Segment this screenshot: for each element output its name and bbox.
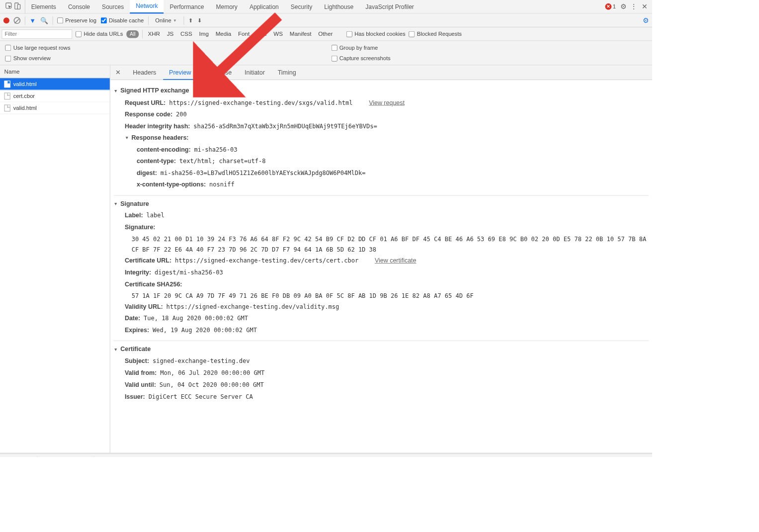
tab-lighthouse[interactable]: Lighthouse bbox=[318, 0, 359, 13]
subtab-timing[interactable]: Timing bbox=[272, 65, 302, 80]
view-request-link[interactable]: View request bbox=[369, 97, 405, 109]
tab-sources[interactable]: Sources bbox=[96, 0, 130, 13]
subtab-initiator[interactable]: Initiator bbox=[239, 65, 271, 80]
label: Validity URL: bbox=[125, 301, 163, 313]
filter-icon[interactable]: ▼ bbox=[29, 17, 36, 24]
separator bbox=[53, 16, 53, 24]
learn-more-link[interactable]: Learn more bbox=[204, 85, 236, 97]
signature-hex: 30 45 02 21 00 D1 10 39 24 F3 76 A6 64 8… bbox=[114, 234, 649, 255]
value: DigiCert ECC Secure Server CA bbox=[149, 391, 253, 402]
filter-type-font[interactable]: Font bbox=[237, 31, 252, 37]
status-transferred: 3.9 kB transferred bbox=[38, 456, 94, 457]
preserve-log-checkbox[interactable]: Preserve log bbox=[57, 17, 96, 23]
separator bbox=[148, 16, 149, 24]
value: https://signed-exchange-testing.dev/cert… bbox=[175, 255, 358, 266]
tab-elements[interactable]: Elements bbox=[25, 0, 62, 13]
filter-type-all[interactable]: All bbox=[126, 30, 139, 38]
value: Tue, 18 Aug 2020 00:00:02 GMT bbox=[144, 313, 248, 324]
hide-data-urls-checkbox[interactable]: Hide data URLs bbox=[76, 31, 123, 37]
throttling-select[interactable]: Online▼ bbox=[153, 17, 179, 23]
disable-cache-checkbox[interactable]: Disable cache bbox=[101, 17, 144, 23]
label: Certificate URL: bbox=[125, 255, 171, 267]
close-devtools-icon[interactable]: ✕ bbox=[642, 2, 647, 10]
tab-memory[interactable]: Memory bbox=[210, 0, 244, 13]
settings-icon[interactable]: ⚙ bbox=[620, 2, 626, 10]
filter-type-img[interactable]: Img bbox=[197, 31, 210, 37]
section-sxg[interactable]: ▼Signed HTTP exchangeLearn more bbox=[114, 85, 649, 97]
more-icon[interactable]: ⋮ bbox=[630, 2, 637, 10]
section-certificate[interactable]: ▼Certificate bbox=[114, 344, 649, 355]
tab-network[interactable]: Network bbox=[130, 0, 164, 13]
request-row[interactable]: valid.html bbox=[0, 102, 110, 114]
request-row[interactable]: cert.cbor bbox=[0, 90, 110, 102]
value: https://signed-exchange-testing.dev/sxgs… bbox=[169, 97, 352, 108]
error-count[interactable]: ✕1 bbox=[605, 3, 616, 10]
value: 200 bbox=[176, 108, 187, 120]
separator bbox=[142, 30, 143, 38]
label: digest: bbox=[137, 168, 157, 179]
tab-security[interactable]: Security bbox=[285, 0, 319, 13]
caret-down-icon: ▼ bbox=[114, 87, 118, 95]
value: signed-exchange-testing.dev bbox=[153, 355, 250, 367]
value: mi-sha256-03=LB7wdlHO51Z1Ze600lbYAEYsckW… bbox=[161, 168, 366, 179]
label: Expires: bbox=[125, 325, 149, 337]
tab-console[interactable]: Console bbox=[62, 0, 96, 13]
name-column-header[interactable]: Name bbox=[0, 65, 110, 78]
caret-down-icon: ▼ bbox=[114, 346, 118, 354]
filter-input[interactable] bbox=[1, 29, 72, 39]
filter-type-xhr[interactable]: XHR bbox=[146, 31, 162, 37]
filter-type-media[interactable]: Media bbox=[214, 31, 233, 37]
label: Integrity: bbox=[125, 267, 151, 279]
filter-type-manifest[interactable]: Manifest bbox=[288, 31, 313, 37]
value: Sun, 04 Oct 2020 00:00:00 GMT bbox=[160, 379, 264, 390]
document-icon bbox=[4, 92, 10, 99]
record-button[interactable] bbox=[3, 17, 9, 23]
network-settings-icon[interactable]: ⚙ bbox=[643, 16, 649, 24]
label: Certificate SHA256: bbox=[125, 278, 182, 290]
clear-button[interactable] bbox=[13, 17, 20, 24]
filter-type-doc[interactable]: Doc bbox=[255, 31, 269, 37]
show-overview-checkbox[interactable]: Show overview bbox=[5, 55, 321, 62]
export-har-icon[interactable]: ⬇ bbox=[197, 17, 202, 23]
group-by-frame-checkbox[interactable]: Group by frame bbox=[331, 44, 647, 51]
label: Date: bbox=[125, 313, 140, 325]
status-requests: 3 requests bbox=[0, 456, 38, 457]
has-blocked-cookies-checkbox[interactable]: Has blocked cookies bbox=[346, 31, 406, 37]
subtab-headers[interactable]: Headers bbox=[127, 65, 162, 80]
close-details-icon[interactable]: ✕ bbox=[110, 69, 126, 76]
value: sha256-aSdRm3m7qXtaWb3xjRn5mHDUqEbWAj9t9… bbox=[193, 120, 377, 132]
device-toolbar-icon[interactable] bbox=[13, 2, 21, 11]
view-certificate-link[interactable]: View certificate bbox=[375, 255, 417, 267]
label: Valid until: bbox=[125, 379, 156, 391]
filter-type-ws[interactable]: WS bbox=[272, 31, 285, 37]
import-har-icon[interactable]: ⬆ bbox=[188, 17, 193, 23]
label: Valid from: bbox=[125, 367, 157, 379]
caret-down-icon: ▼ bbox=[114, 200, 118, 208]
sha256-hex: 57 1A 1F 20 9C CA A9 7D 7F 49 71 26 BE F… bbox=[114, 290, 649, 301]
value: digest/mi-sha256-03 bbox=[155, 267, 223, 278]
filter-type-other[interactable]: Other bbox=[317, 31, 335, 37]
capture-screenshots-checkbox[interactable]: Capture screenshots bbox=[331, 55, 647, 62]
section-response-headers[interactable]: ▼Response headers: bbox=[121, 132, 649, 144]
value: https://signed-exchange-testing.dev/vali… bbox=[167, 301, 339, 313]
value: label bbox=[146, 210, 164, 221]
value: Wed, 19 Aug 2020 00:00:02 GMT bbox=[153, 325, 257, 336]
separator bbox=[183, 16, 184, 24]
tab-js-profiler[interactable]: JavaScript Profiler bbox=[359, 0, 420, 13]
label: content-encoding: bbox=[137, 144, 191, 156]
search-icon[interactable]: 🔍 bbox=[40, 16, 48, 24]
inspect-element-icon[interactable] bbox=[5, 2, 12, 11]
label: content-type: bbox=[137, 156, 176, 168]
section-signature[interactable]: ▼Signature bbox=[114, 198, 649, 210]
tab-performance[interactable]: Performance bbox=[164, 0, 210, 13]
large-request-rows-checkbox[interactable]: Use large request rows bbox=[5, 44, 321, 51]
blocked-requests-checkbox[interactable]: Blocked Requests bbox=[409, 31, 461, 37]
filter-type-css[interactable]: CSS bbox=[178, 31, 194, 37]
value: text/html; charset=utf-8 bbox=[179, 156, 266, 167]
request-row[interactable]: valid.html bbox=[0, 78, 110, 90]
subtab-response[interactable]: Response bbox=[198, 65, 238, 80]
filter-type-js[interactable]: JS bbox=[165, 31, 175, 37]
subtab-preview[interactable]: Preview bbox=[163, 65, 197, 80]
tab-application[interactable]: Application bbox=[244, 0, 285, 13]
label: Signature: bbox=[125, 222, 156, 234]
